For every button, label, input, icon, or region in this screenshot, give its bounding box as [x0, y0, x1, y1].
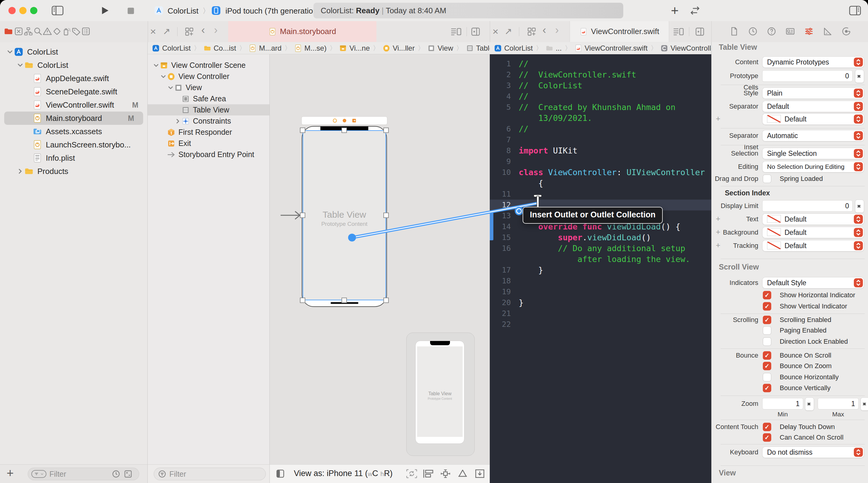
close-editor-icon[interactable]: ×: [150, 25, 156, 37]
close-assistant-icon[interactable]: ×: [493, 25, 498, 37]
tab-viewcontroller-swift[interactable]: ViewController.swift: [569, 21, 669, 42]
breadcrumb-item-vi-ller[interactable]: Vi...ller: [382, 44, 415, 53]
view-as-control[interactable]: View as: iPhone 11 (wC hR): [294, 469, 393, 478]
outline-filter-field[interactable]: Filter: [154, 467, 266, 480]
separator-inset-dropdown[interactable]: Automatic: [762, 130, 864, 142]
breadcrumb-item-colorlist[interactable]: ColorList: [494, 44, 533, 53]
indicators-dropdown[interactable]: Default Style: [762, 277, 864, 289]
navigator-tab-reports-icon[interactable]: [81, 27, 91, 36]
prototype-cells-stepper[interactable]: [855, 70, 864, 83]
assistant-options-icon[interactable]: [673, 27, 684, 36]
forward-icon[interactable]: ›: [214, 24, 218, 36]
file-row-assets-xcassets[interactable]: Assets.xcassets: [0, 125, 147, 138]
spring-loaded-checkbox[interactable]: ✓: [763, 175, 771, 183]
assistant-add-editor-icon[interactable]: [695, 27, 705, 36]
disclosure-icon[interactable]: [167, 84, 174, 91]
disclosure-icon[interactable]: [160, 73, 167, 80]
delay-touch-down-checkbox[interactable]: ✓: [763, 423, 771, 431]
scene-header-bar[interactable]: [301, 116, 387, 125]
add-editor-icon[interactable]: [471, 27, 480, 36]
run-destination-icon[interactable]: [211, 5, 221, 16]
display-limit-stepper[interactable]: [855, 200, 864, 213]
assistant-jump-bar[interactable]: ColorList〉...〉ViewController.swift〉ViewC…: [490, 42, 711, 54]
color-swatch[interactable]: [767, 115, 781, 123]
filter-options-icon[interactable]: [31, 470, 46, 478]
library-plus-button[interactable]: +: [671, 3, 679, 18]
scheme-name[interactable]: ColorList: [167, 5, 198, 16]
separator-dropdown[interactable]: Default: [762, 101, 864, 112]
file-row-info-plist[interactable]: Info.plist: [0, 151, 147, 164]
close-window-button[interactable]: [8, 7, 16, 14]
content-dropdown[interactable]: Dynamic Prototypes: [762, 56, 864, 68]
recent-files-icon[interactable]: [112, 470, 121, 479]
paging-enabled-checkbox[interactable]: ✓: [763, 326, 771, 335]
direction-lock-checkbox[interactable]: ✓: [763, 337, 771, 346]
file-row-launchscreen-storybo-[interactable]: LaunchScreen.storybo...: [0, 138, 147, 151]
navigator-tab-source-control-icon[interactable]: [14, 27, 24, 36]
expand-assistant-icon[interactable]: ↗: [504, 25, 512, 37]
scrolling-enabled-checkbox[interactable]: ✓: [763, 316, 771, 324]
inspector-tab-identity-icon[interactable]: [785, 27, 795, 36]
back-icon[interactable]: ‹: [201, 24, 205, 36]
disclosure-icon[interactable]: [16, 61, 24, 69]
file-row-colorlist[interactable]: ColorList: [0, 59, 147, 72]
file-row-appdelegate-swift[interactable]: AppDelegate.swift: [0, 72, 147, 85]
file-row-scenedelegate-swift[interactable]: SceneDelegate.swift: [0, 85, 147, 98]
tab-main-storyboard[interactable]: Main.storyboard: [228, 21, 376, 42]
inspector-tab-connections-icon[interactable]: [841, 27, 851, 36]
resize-handle-s[interactable]: [341, 298, 347, 303]
breadcrumb-item--[interactable]: ...: [546, 44, 562, 53]
can-cancel-on-scroll-checkbox[interactable]: ✓: [763, 433, 771, 442]
background-color-well[interactable]: Default: [762, 227, 864, 238]
scene-exit-icon[interactable]: [352, 118, 356, 123]
bounce-on-zoom-checkbox[interactable]: ✓: [763, 362, 771, 370]
embed-in-stack-icon[interactable]: [422, 468, 435, 479]
inspector-tab-help-icon[interactable]: [767, 27, 776, 36]
outline-row-table-view[interactable]: Table View: [148, 104, 270, 116]
outline-row-first-responder[interactable]: First Responder: [148, 127, 270, 138]
breadcrumb-item-colorlist[interactable]: ColorList: [152, 44, 191, 53]
tracking-color-well[interactable]: Default: [762, 240, 864, 251]
separator-color-well[interactable]: Default: [762, 113, 864, 125]
run-button[interactable]: [99, 5, 110, 16]
outline-row-view-controller[interactable]: View Controller: [148, 71, 270, 82]
resize-handle-se[interactable]: [383, 298, 389, 303]
expand-editor-icon[interactable]: ↗: [163, 25, 170, 37]
outline-row-safe-area[interactable]: Safe Area: [148, 93, 270, 104]
zoom-window-button[interactable]: [30, 7, 37, 14]
resize-handle-ne[interactable]: [383, 127, 389, 133]
file-row-colorlist[interactable]: ColorList: [0, 45, 147, 59]
outline-row-storyboard-entry-point[interactable]: Storyboard Entry Point: [148, 149, 270, 160]
assistant-forward-icon[interactable]: ›: [555, 24, 559, 36]
inspector-tab-file-icon[interactable]: [730, 27, 739, 36]
resize-handle-n[interactable]: [341, 127, 347, 133]
storyboard-entry-point-arrow[interactable]: [280, 210, 304, 221]
text-color-well[interactable]: Default: [762, 213, 864, 225]
show-horizontal-indicator-checkbox[interactable]: ✓: [763, 291, 771, 299]
inspector-tab-history-icon[interactable]: [748, 27, 758, 36]
zoom-max-stepper[interactable]: [861, 397, 868, 411]
scene-first-responder-icon[interactable]: [342, 118, 347, 123]
breadcrumb-item-view[interactable]: View: [427, 44, 453, 53]
disclosure-icon[interactable]: [174, 118, 181, 125]
navigator-tab-find-icon[interactable]: [33, 27, 43, 36]
disclosure-icon[interactable]: [6, 48, 14, 56]
bounce-on-scroll-checkbox[interactable]: ✓: [763, 351, 771, 360]
keyboard-dropdown[interactable]: Do not dismiss: [762, 447, 864, 458]
navigator-tab-debug-icon[interactable]: [62, 27, 71, 36]
show-vertical-indicator-checkbox[interactable]: ✓: [763, 302, 771, 310]
scheme-app-icon[interactable]: [154, 5, 164, 16]
file-row-products[interactable]: Products: [0, 164, 147, 178]
stop-button[interactable]: [127, 7, 135, 15]
scene-vc-icon[interactable]: [333, 118, 337, 123]
file-row-main-storyboard[interactable]: Main.storyboardM: [4, 112, 143, 125]
navigator-tab-symbols-icon[interactable]: [24, 27, 33, 36]
editing-dropdown[interactable]: No Selection During Editing: [762, 161, 864, 173]
breadcrumb-item-m-ard[interactable]: M...ard: [249, 44, 281, 53]
navigator-tab-tests-icon[interactable]: [52, 27, 62, 36]
zoom-min-stepper[interactable]: [805, 397, 814, 411]
update-frames-icon[interactable]: [473, 468, 486, 479]
storyboard-jump-bar[interactable]: ColorList〉Co...ist〉M...ard〉M...se)〉Vi...…: [148, 42, 490, 54]
minimize-window-button[interactable]: [19, 7, 27, 14]
navigator-tab-project-icon[interactable]: [4, 27, 13, 36]
